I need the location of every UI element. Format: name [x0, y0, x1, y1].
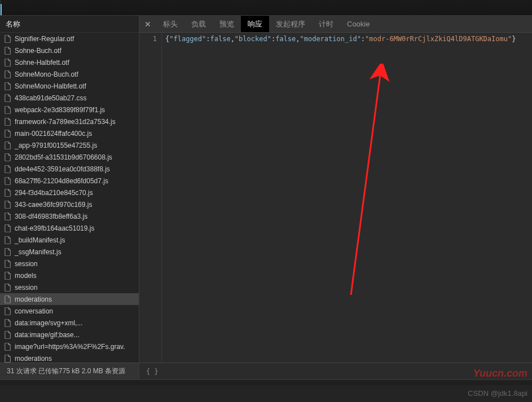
- request-row[interactable]: framework-7a789ee31d2a7534.js: [0, 116, 139, 127]
- file-icon: [5, 118, 11, 126]
- file-icon: [5, 35, 11, 43]
- request-row[interactable]: SohneMono-Halbfett.otf: [0, 80, 139, 92]
- tab-cookies[interactable]: Cookie: [340, 16, 376, 32]
- request-name: 68a27ff6-21204d8ed6fd05d7.js: [15, 177, 108, 185]
- request-name: data:image/svg+xml,...: [15, 319, 82, 327]
- request-row[interactable]: session: [0, 258, 139, 270]
- request-name: 438cab91de50ab27.css: [15, 94, 86, 102]
- request-name: data:image/gif;base...: [15, 331, 80, 339]
- request-name: moderations: [15, 355, 52, 363]
- request-row[interactable]: 308-df46983fb8eff6a3.js: [0, 210, 139, 222]
- request-row[interactable]: Sohne-Halbfett.otf: [0, 56, 139, 68]
- request-row[interactable]: chat-e39fb164aac51019.js: [0, 222, 139, 234]
- request-name: session: [15, 260, 38, 268]
- request-row[interactable]: data:image/gif;base...: [0, 329, 139, 341]
- file-icon: [5, 319, 11, 327]
- request-name: Sohne-Halbfett.otf: [15, 59, 69, 67]
- file-icon: [5, 248, 11, 256]
- close-icon[interactable]: ✕: [139, 16, 156, 32]
- request-name: models: [15, 272, 37, 280]
- status-bar: 31 次请求 已传输775 kB 2.0 MB 条资源: [0, 363, 139, 379]
- tab-headers[interactable]: 标头: [156, 16, 184, 32]
- request-name: SohneMono-Buch.otf: [15, 70, 78, 78]
- request-row[interactable]: 294-f3d4ba210e845c70.js: [0, 187, 139, 198]
- braces-icon[interactable]: { }: [146, 368, 159, 376]
- file-icon: [5, 331, 11, 339]
- request-name: session: [15, 284, 38, 291]
- request-row[interactable]: webpack-2e3d8389f89f79f1.js: [0, 104, 139, 116]
- file-icon: [5, 284, 11, 291]
- request-row[interactable]: 438cab91de50ab27.css: [0, 92, 139, 104]
- request-row[interactable]: 343-caee36fc9970c169.js: [0, 198, 139, 210]
- request-name: conversation: [15, 307, 53, 315]
- file-icon: [5, 177, 11, 185]
- request-row[interactable]: data:image/svg+xml,...: [0, 317, 139, 329]
- request-name: image?url=https%3A%2F%2Fs.grav.: [15, 343, 125, 351]
- request-name: Signifier-Regular.otf: [15, 35, 74, 43]
- request-row[interactable]: SohneMono-Buch.otf: [0, 68, 139, 80]
- file-icon: [5, 130, 11, 138]
- file-icon: [5, 142, 11, 149]
- details-panel: ✕ 标头 负载 预览 响应 发起程序 计时 Cookie 1 {"flagged…: [139, 16, 532, 379]
- request-name: _ssgManifest.js: [15, 248, 61, 256]
- response-json[interactable]: {"flagged":false,"blocked":false,"modera…: [162, 33, 532, 363]
- file-icon: [5, 106, 11, 114]
- request-name: 2802bd5f-a31531b9d6706608.js: [15, 153, 112, 161]
- request-name: webpack-2e3d8389f89f79f1.js: [15, 106, 105, 114]
- request-name: dde4e452-3591ea0c0fd388f8.js: [15, 165, 110, 173]
- request-row[interactable]: moderations: [0, 293, 139, 305]
- response-body: 1 {"flagged":false,"blocked":false,"mode…: [139, 33, 532, 363]
- bottom-strip: [0, 379, 532, 385]
- request-row[interactable]: 68a27ff6-21204d8ed6fd05d7.js: [0, 175, 139, 187]
- watermark-csdn: CSDN @jdk1.8api: [468, 389, 527, 397]
- file-icon: [5, 236, 11, 244]
- request-name: framework-7a789ee31d2a7534.js: [15, 118, 116, 126]
- details-tabs: ✕ 标头 负载 预览 响应 发起程序 计时 Cookie: [139, 16, 532, 33]
- request-row[interactable]: 2802bd5f-a31531b9d6706608.js: [0, 151, 139, 163]
- request-row[interactable]: Sohne-Buch.otf: [0, 45, 139, 56]
- file-icon: [5, 260, 11, 268]
- request-name: 308-df46983fb8eff6a3.js: [15, 213, 87, 220]
- request-row[interactable]: conversation: [0, 305, 139, 317]
- network-requests-panel: 名称 Signifier-Regular.otfSohne-Buch.otfSo…: [0, 16, 139, 379]
- request-name: 343-caee36fc9970c169.js: [15, 201, 92, 209]
- request-row[interactable]: main-0021624ffafc400c.js: [0, 127, 139, 139]
- request-row[interactable]: dde4e452-3591ea0c0fd388f8.js: [0, 163, 139, 175]
- file-icon: [5, 295, 11, 303]
- file-icon: [5, 165, 11, 173]
- request-name: 294-f3d4ba210e845c70.js: [15, 189, 93, 197]
- request-row[interactable]: models: [0, 270, 139, 281]
- recording-strip: [0, 0, 532, 16]
- request-name: chat-e39fb164aac51019.js: [15, 224, 94, 232]
- file-icon: [5, 224, 11, 232]
- request-row[interactable]: image?url=https%3A%2F%2Fs.grav.: [0, 341, 139, 352]
- request-row[interactable]: session: [0, 281, 139, 293]
- file-icon: [5, 47, 11, 55]
- request-row[interactable]: Signifier-Regular.otf: [0, 33, 139, 45]
- file-icon: [5, 272, 11, 280]
- request-list[interactable]: Signifier-Regular.otfSohne-Buch.otfSohne…: [0, 33, 139, 363]
- file-icon: [5, 82, 11, 90]
- file-icon: [5, 201, 11, 209]
- request-name: SohneMono-Halbfett.otf: [15, 82, 86, 90]
- file-icon: [5, 343, 11, 351]
- request-name: moderations: [15, 295, 52, 303]
- tab-payload[interactable]: 负载: [184, 16, 213, 32]
- column-header-name[interactable]: 名称: [0, 16, 139, 33]
- tab-preview[interactable]: 预览: [213, 16, 241, 32]
- request-row[interactable]: _ssgManifest.js: [0, 246, 139, 258]
- file-icon: [5, 153, 11, 161]
- file-icon: [5, 94, 11, 102]
- tab-response[interactable]: 响应: [241, 16, 269, 32]
- request-name: Sohne-Buch.otf: [15, 47, 61, 55]
- request-row[interactable]: moderations: [0, 352, 139, 363]
- file-icon: [5, 307, 11, 315]
- tab-initiator[interactable]: 发起程序: [269, 16, 312, 32]
- tab-timing[interactable]: 计时: [312, 16, 340, 32]
- watermark-yuucn: Yuucn.com: [473, 368, 527, 379]
- file-icon: [5, 70, 11, 78]
- request-name: main-0021624ffafc400c.js: [15, 130, 92, 138]
- request-row[interactable]: _buildManifest.js: [0, 234, 139, 246]
- request-row[interactable]: _app-9791f00155e47255.js: [0, 139, 139, 151]
- request-name: _buildManifest.js: [15, 236, 65, 244]
